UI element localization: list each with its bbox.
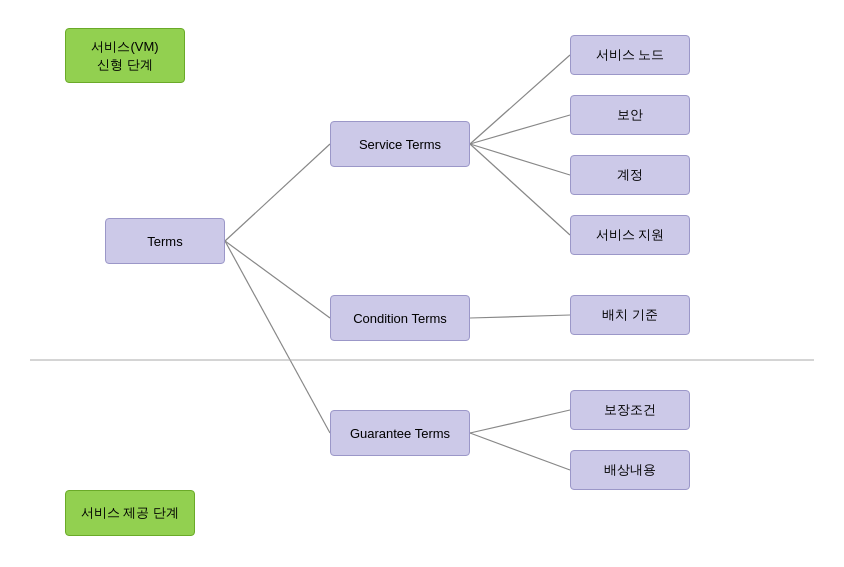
guarantee-terms-box: Guarantee Terms bbox=[330, 410, 470, 456]
svg-line-3 bbox=[470, 55, 570, 144]
svg-line-1 bbox=[225, 241, 330, 318]
diagram-container: 서비스(VM) 신형 단계 Terms Service Terms Condit… bbox=[0, 0, 844, 567]
deploy-criteria-box: 배치 기준 bbox=[570, 295, 690, 335]
vm-stage-box: 서비스(VM) 신형 단계 bbox=[65, 28, 185, 83]
svg-line-9 bbox=[470, 433, 570, 470]
svg-line-2 bbox=[225, 241, 330, 433]
account-box: 계정 bbox=[570, 155, 690, 195]
security-box: 보안 bbox=[570, 95, 690, 135]
svg-line-6 bbox=[470, 144, 570, 235]
compensation-box: 배상내용 bbox=[570, 450, 690, 490]
connector-lines bbox=[0, 0, 844, 567]
service-support-box: 서비스 지원 bbox=[570, 215, 690, 255]
service-node-box: 서비스 노드 bbox=[570, 35, 690, 75]
svg-line-4 bbox=[470, 115, 570, 144]
guarantee-condition-box: 보장조건 bbox=[570, 390, 690, 430]
condition-terms-box: Condition Terms bbox=[330, 295, 470, 341]
svg-line-5 bbox=[470, 144, 570, 175]
terms-box: Terms bbox=[105, 218, 225, 264]
svg-line-0 bbox=[225, 144, 330, 241]
svg-line-7 bbox=[470, 315, 570, 318]
service-terms-box: Service Terms bbox=[330, 121, 470, 167]
svg-line-8 bbox=[470, 410, 570, 433]
service-stage-box: 서비스 제공 단계 bbox=[65, 490, 195, 536]
